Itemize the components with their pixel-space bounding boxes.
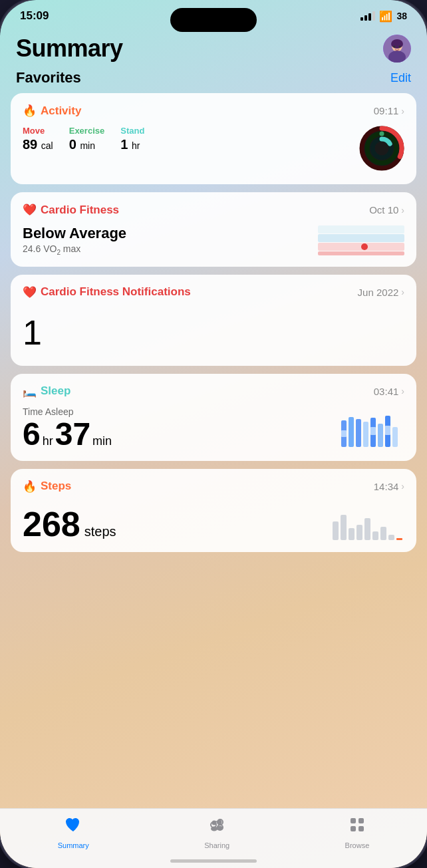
activity-card-header: 🔥 Activity 09:11 › bbox=[23, 104, 404, 118]
move-label: Move bbox=[23, 126, 53, 136]
svg-point-5 bbox=[399, 46, 401, 48]
svg-point-3 bbox=[391, 39, 403, 49]
edit-button[interactable]: Edit bbox=[390, 71, 411, 85]
steps-value-row: 268 steps bbox=[23, 507, 116, 541]
cardio-fitness-card[interactable]: ❤️ Cardio Fitness Oct 10 › Below Average bbox=[11, 192, 416, 267]
svg-rect-26 bbox=[341, 430, 347, 437]
status-icons: 📶 38 bbox=[360, 10, 407, 23]
move-metric: Move 89 cal bbox=[23, 126, 53, 152]
phone-screen: 15:09 📶 38 Summary bbox=[0, 0, 427, 868]
svg-rect-33 bbox=[364, 518, 370, 540]
cardio-card-date: Oct 10 › bbox=[369, 204, 404, 216]
svg-rect-34 bbox=[372, 531, 378, 540]
svg-rect-27 bbox=[370, 427, 376, 435]
svg-point-43 bbox=[217, 820, 222, 825]
favorites-title: Favorites bbox=[16, 69, 81, 86]
sleep-card[interactable]: 🛏️ Sleep 03:41 › Time Asleep 6 bbox=[11, 374, 416, 461]
steps-unit: steps bbox=[84, 524, 116, 539]
battery-icon: 38 bbox=[396, 11, 407, 21]
chevron-right-icon: › bbox=[401, 386, 404, 396]
flame-icon-2: 🔥 bbox=[23, 480, 37, 494]
sharing-tab-label: Sharing bbox=[204, 841, 229, 849]
chevron-right-icon: › bbox=[401, 106, 404, 116]
activity-card[interactable]: 🔥 Activity 09:11 › Move bbox=[11, 93, 416, 184]
move-value: 89 cal bbox=[23, 137, 53, 152]
svg-rect-13 bbox=[318, 225, 404, 233]
bed-icon: 🛏️ bbox=[23, 384, 37, 398]
browse-tab-label: Browse bbox=[345, 841, 370, 849]
signal-icon bbox=[360, 11, 375, 21]
steps-card-time: 14:34 › bbox=[374, 481, 404, 492]
cardio-status: Below Average bbox=[23, 225, 126, 242]
svg-rect-25 bbox=[392, 427, 398, 447]
notifications-card-date: Jun 2022 › bbox=[358, 287, 404, 298]
svg-rect-45 bbox=[351, 818, 356, 823]
stand-value: 1 hr bbox=[120, 137, 144, 152]
sleep-value-row: 6 hr 37 min bbox=[23, 418, 112, 450]
sleep-minutes-unit: min bbox=[92, 434, 112, 448]
signal-bar-3 bbox=[368, 13, 371, 21]
svg-rect-35 bbox=[380, 527, 386, 540]
cards-container: 🔥 Activity 09:11 › Move bbox=[0, 93, 427, 552]
sleep-card-header: 🛏️ Sleep 03:41 › bbox=[23, 384, 404, 398]
svg-rect-21 bbox=[363, 422, 368, 447]
svg-rect-23 bbox=[378, 424, 383, 447]
sleep-card-time: 03:41 › bbox=[374, 386, 404, 397]
svg-rect-20 bbox=[356, 419, 361, 447]
sleep-left: Time Asleep 6 hr 37 min bbox=[23, 406, 112, 450]
svg-rect-47 bbox=[351, 826, 356, 831]
summary-tab-label: Summary bbox=[58, 841, 89, 849]
sleep-card-title: 🛏️ Sleep bbox=[23, 384, 71, 398]
cardio-left: Below Average 24.6 VO2 max bbox=[23, 225, 126, 256]
exercise-label: Exercise bbox=[69, 126, 105, 136]
cardio-chart bbox=[318, 225, 404, 255]
sleep-sublabel: Time Asleep bbox=[23, 406, 112, 417]
chevron-right-icon: › bbox=[401, 205, 404, 216]
tab-browse[interactable]: Browse bbox=[345, 815, 370, 849]
activity-card-time: 09:11 › bbox=[374, 105, 404, 116]
steps-card-title: 🔥 Steps bbox=[23, 480, 71, 494]
sleep-hours: 6 bbox=[23, 418, 41, 450]
tab-summary[interactable]: Summary bbox=[58, 815, 89, 849]
app-header: Summary bbox=[0, 28, 427, 65]
svg-rect-28 bbox=[385, 426, 390, 435]
svg-point-17 bbox=[361, 243, 368, 250]
cardio-body: Below Average 24.6 VO2 max bbox=[23, 225, 404, 256]
chevron-right-icon: › bbox=[401, 287, 404, 297]
svg-point-41 bbox=[212, 821, 217, 825]
svg-rect-48 bbox=[358, 826, 364, 831]
favorites-section-header: Favorites Edit bbox=[0, 65, 427, 93]
svg-rect-30 bbox=[341, 515, 347, 540]
svg-point-44 bbox=[216, 826, 223, 831]
wifi-icon: 📶 bbox=[379, 10, 392, 23]
cardio-value: 24.6 VO2 max bbox=[23, 243, 126, 256]
content-area: Summary Favorites Edit bbox=[0, 28, 427, 843]
signal-bar-2 bbox=[364, 15, 367, 21]
exercise-metric: Exercise 0 min bbox=[69, 126, 105, 152]
svg-rect-31 bbox=[349, 528, 355, 540]
svg-rect-16 bbox=[318, 251, 404, 255]
home-indicator bbox=[170, 859, 257, 863]
steps-chart bbox=[331, 502, 404, 541]
signal-bar-1 bbox=[360, 17, 363, 21]
metrics-left: Move 89 cal Exercise 0 min bbox=[23, 126, 144, 152]
status-time: 15:09 bbox=[20, 9, 49, 23]
svg-rect-32 bbox=[356, 525, 362, 540]
chevron-right-icon: › bbox=[401, 481, 404, 492]
avatar[interactable] bbox=[383, 35, 411, 63]
cardio-notifications-card[interactable]: ❤️ Cardio Fitness Notifications Jun 2022… bbox=[11, 275, 416, 366]
notifications-card-header: ❤️ Cardio Fitness Notifications Jun 2022… bbox=[23, 285, 404, 299]
svg-rect-19 bbox=[349, 417, 354, 447]
steps-body: 268 steps bbox=[23, 502, 404, 541]
svg-rect-36 bbox=[388, 535, 394, 540]
stand-label: Stand bbox=[120, 126, 144, 136]
svg-rect-29 bbox=[333, 521, 339, 540]
flame-icon: 🔥 bbox=[23, 104, 37, 118]
steps-card[interactable]: 🔥 Steps 14:34 › 268 steps bbox=[11, 469, 416, 552]
exercise-value: 0 min bbox=[69, 137, 105, 152]
sleep-minutes: 37 bbox=[55, 418, 90, 450]
heart-icon-2: ❤️ bbox=[23, 285, 37, 299]
tab-sharing[interactable]: Sharing bbox=[204, 815, 229, 849]
steps-card-header: 🔥 Steps 14:34 › bbox=[23, 480, 404, 494]
notification-value: 1 bbox=[23, 307, 404, 355]
